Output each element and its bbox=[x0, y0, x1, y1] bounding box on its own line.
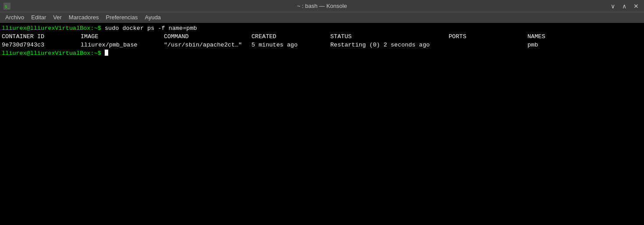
terminal-area[interactable]: lliurex@lliurexVirtualBox:~$ sudo docker… bbox=[0, 23, 644, 225]
menu-ayuda[interactable]: Ayuda bbox=[141, 12, 164, 22]
window-title: ~ : bash — Konsole bbox=[297, 3, 347, 9]
terminal-line-4: lliurex@lliurexVirtualBox:~$ bbox=[2, 50, 642, 58]
menu-bar: Archivo Editar Ver Marcadores Preferenci… bbox=[0, 12, 644, 23]
close-button[interactable]: ✕ bbox=[632, 2, 640, 10]
command-text-1: sudo docker ps -f name=pmb bbox=[101, 25, 197, 33]
menu-preferencias[interactable]: Preferencias bbox=[102, 12, 141, 22]
menu-editar[interactable]: Editar bbox=[28, 12, 50, 22]
row-created: 5 minutes ago bbox=[251, 41, 330, 50]
menu-archivo[interactable]: Archivo bbox=[2, 12, 28, 22]
title-bar: $_ ~ : bash — Konsole ∨ ∧ ✕ bbox=[0, 0, 644, 12]
prompt-user-4: lliurex@lliurexVirtualBox bbox=[2, 50, 91, 58]
title-bar-left: $_ bbox=[4, 3, 11, 10]
terminal-header-row: CONTAINER IDIMAGECOMMANDCREATEDSTATUSPOR… bbox=[2, 33, 642, 41]
prompt-sep-1: :~$ bbox=[91, 25, 101, 33]
maximize-button[interactable]: ∧ bbox=[620, 2, 628, 10]
row-ports bbox=[449, 41, 527, 50]
header-ports: PORTS bbox=[449, 33, 527, 41]
menu-ver[interactable]: Ver bbox=[50, 12, 65, 22]
minimize-button[interactable]: ∨ bbox=[609, 2, 617, 10]
window-controls: ∨ ∧ ✕ bbox=[609, 2, 640, 10]
row-command: "/usr/sbin/apache2ct…" bbox=[164, 41, 251, 50]
menu-marcadores[interactable]: Marcadores bbox=[65, 12, 103, 22]
terminal-data-row: 9e730d7943c3lliurex/pmb_base"/usr/sbin/a… bbox=[2, 41, 642, 50]
header-names: NAMES bbox=[527, 33, 545, 41]
row-status: Restarting (0) 2 seconds ago bbox=[330, 41, 449, 50]
terminal-icon: $_ bbox=[4, 3, 11, 10]
prompt-sep-4: :~$ bbox=[91, 50, 101, 58]
row-container-id: 9e730d7943c3 bbox=[2, 41, 81, 50]
prompt-user-1: lliurex@lliurexVirtualBox bbox=[2, 25, 91, 33]
header-container-id: CONTAINER ID bbox=[2, 33, 81, 41]
header-status: STATUS bbox=[330, 33, 449, 41]
header-command: COMMAND bbox=[164, 33, 251, 41]
terminal-line-1: lliurex@lliurexVirtualBox:~$ sudo docker… bbox=[2, 25, 642, 33]
header-created: CREATED bbox=[251, 33, 330, 41]
row-image: lliurex/pmb_base bbox=[81, 41, 164, 50]
row-names: pmb bbox=[527, 41, 538, 50]
svg-text:$_: $_ bbox=[5, 4, 10, 9]
header-image: IMAGE bbox=[81, 33, 164, 41]
terminal-cursor bbox=[105, 50, 108, 56]
